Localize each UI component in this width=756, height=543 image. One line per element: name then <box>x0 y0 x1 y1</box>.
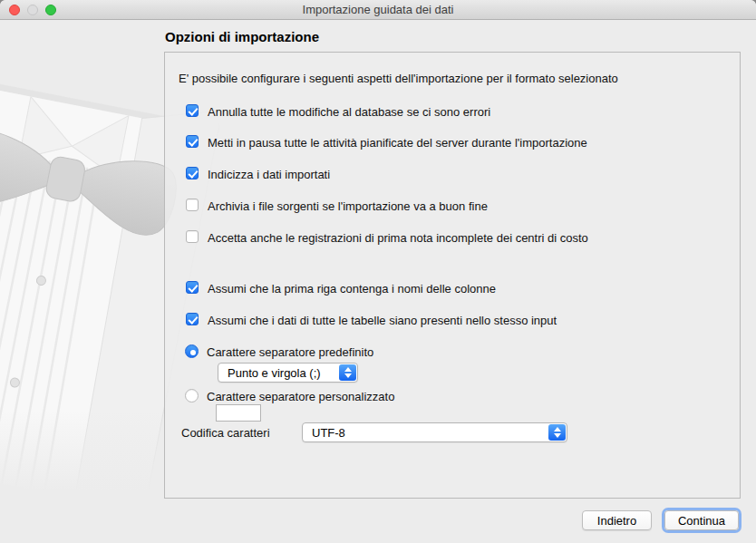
checkbox-first-row-column-names[interactable] <box>186 281 199 294</box>
custom-separator-input[interactable] <box>216 404 261 422</box>
import-wizard-window: Importazione guidata dei dati Opzioni di… <box>0 0 756 543</box>
chevron-up-down-icon <box>339 364 356 381</box>
selected-separator-value: Punto e virgola (;) <box>228 366 321 380</box>
radio-custom-separator[interactable] <box>185 389 199 402</box>
checkbox-label: Assumi che la prima riga contenga i nomi… <box>208 282 496 296</box>
radio-label: Carattere separatore personalizzato <box>207 390 394 403</box>
encoding-select[interactable]: UTF-8 <box>302 422 567 442</box>
encoding-label: Codifica caratteri <box>181 426 270 440</box>
checkbox-label: Assumi che i dati di tutte le tabelle si… <box>208 314 557 327</box>
radio-label: Carattere separatore predefinito <box>207 345 373 359</box>
page-title: Opzioni di importazione <box>165 29 319 44</box>
checkbox-label: Metti in pausa tutte le attività pianifi… <box>208 136 587 150</box>
radio-default-separator[interactable] <box>185 344 199 358</box>
continue-button[interactable]: Continua <box>664 510 739 530</box>
checkbox-accept-incomplete-records[interactable] <box>186 230 199 243</box>
checkbox-label: Indicizza i dati importati <box>208 168 330 181</box>
window-title: Importazione guidata dei dati <box>0 3 756 16</box>
checkbox-pause-server-tasks[interactable] <box>186 135 199 148</box>
intro-text: E' possibile configurare i seguenti aspe… <box>179 72 618 85</box>
chevron-up-down-icon <box>548 424 566 441</box>
checkbox-index-imported-data[interactable] <box>186 167 199 179</box>
checkbox-all-tables-same-input[interactable] <box>186 313 199 325</box>
checkbox-label: Accetta anche le registrazioni di prima … <box>208 231 588 245</box>
titlebar: Importazione guidata dei dati <box>0 0 756 20</box>
checkbox-label: Archivia i file sorgenti se l'importazio… <box>208 199 488 213</box>
default-separator-select[interactable]: Punto e virgola (;) <box>218 363 358 383</box>
checkbox-rollback-on-error[interactable] <box>186 104 199 117</box>
back-button[interactable]: Indietro <box>582 510 652 530</box>
selected-encoding-value: UTF-8 <box>312 426 345 440</box>
checkbox-label: Annulla tutte le modifiche al database s… <box>208 105 490 119</box>
checkbox-archive-source-files[interactable] <box>186 199 199 211</box>
